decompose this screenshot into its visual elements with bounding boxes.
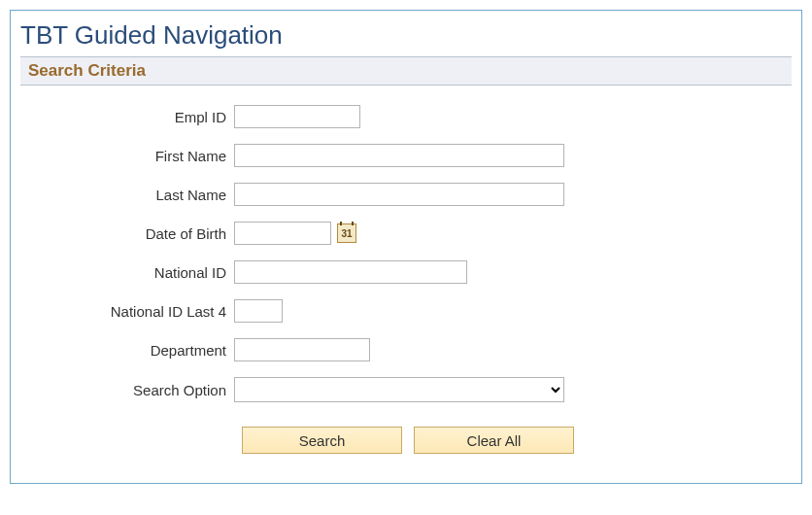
department-input[interactable] <box>234 338 370 361</box>
row-nid-last4: National ID Last 4 <box>20 299 792 323</box>
first-name-input[interactable] <box>234 144 564 167</box>
label-national-id: National ID <box>20 264 234 281</box>
section-header: Search Criteria <box>20 56 792 86</box>
label-search-option: Search Option <box>20 382 234 398</box>
search-option-select[interactable] <box>234 377 564 402</box>
label-department: Department <box>20 342 234 359</box>
calendar-icon[interactable]: 31 <box>337 223 356 243</box>
row-search-option: Search Option <box>20 377 792 402</box>
clear-all-button[interactable]: Clear All <box>414 427 574 454</box>
dob-input[interactable] <box>234 222 331 245</box>
row-last-name: Last Name <box>20 183 792 206</box>
label-nid-last4: National ID Last 4 <box>20 303 234 320</box>
empl-id-input[interactable] <box>234 105 360 128</box>
button-row: Search Clear All <box>242 427 792 454</box>
label-empl-id: Empl ID <box>20 109 234 125</box>
last-name-input[interactable] <box>234 183 564 206</box>
row-dob: Date of Birth 31 <box>20 222 792 245</box>
row-first-name: First Name <box>20 144 792 167</box>
national-id-input[interactable] <box>234 260 467 284</box>
page-title: TBT Guided Navigation <box>20 18 792 56</box>
label-first-name: First Name <box>20 148 234 164</box>
label-last-name: Last Name <box>20 187 234 203</box>
page-container: TBT Guided Navigation Search Criteria Em… <box>10 10 802 484</box>
label-dob: Date of Birth <box>20 225 234 242</box>
search-button[interactable]: Search <box>242 427 402 454</box>
row-empl-id: Empl ID <box>20 105 792 128</box>
row-national-id: National ID <box>20 260 792 284</box>
row-department: Department <box>20 338 792 361</box>
nid-last4-input[interactable] <box>234 299 283 323</box>
